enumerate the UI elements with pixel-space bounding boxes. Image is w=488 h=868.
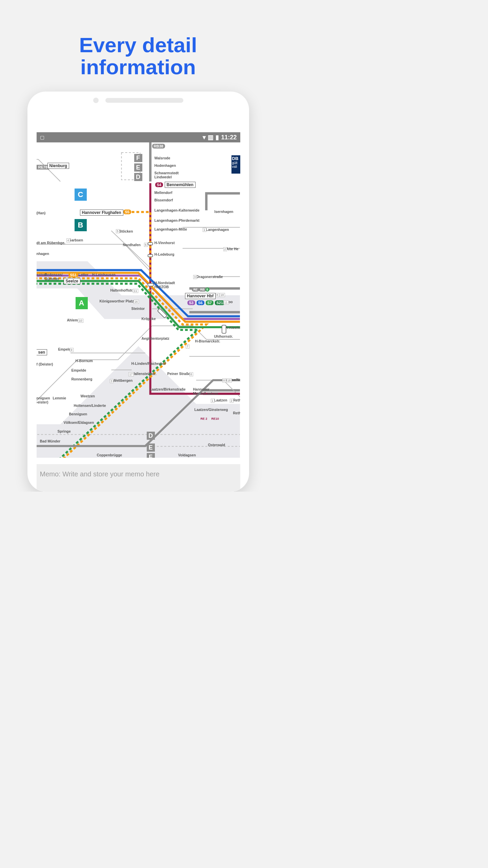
line-s3: S3 [187, 300, 195, 305]
tram-8b: 8 [189, 372, 193, 376]
status-left-icons: ▢ [40, 135, 44, 140]
st-dragoner[interactable]: Dragonerstraße [197, 275, 223, 279]
zone-b: B [75, 219, 87, 231]
st-nnigsen[interactable]: nnigsen ›eister) [37, 396, 50, 404]
st-ahlem[interactable]: Ahlem [67, 318, 78, 322]
no-sim-icon: ▥ [208, 134, 214, 141]
st-nordstadt[interactable]: H-Nordstadt Hbf/ZOB [155, 281, 175, 289]
zone-d-bot: D [147, 432, 155, 440]
st-altehe[interactable]: Alte He [226, 247, 239, 251]
st-dedensen[interactable]: Dedensen/ Gümmer [45, 273, 63, 281]
st-voelksen[interactable]: Völksen/Eldagsen [64, 420, 94, 425]
st-nhagen[interactable]: nhagen [37, 252, 49, 256]
st-empelde2[interactable]: Empelde [72, 368, 86, 372]
zone-f-bot: F [147, 453, 155, 458]
phone-mockup: ▢ ▾ ▥ ▮ 11:22 [27, 92, 249, 492]
st-vinnhorst[interactable]: H-Vinnhorst [155, 241, 175, 245]
line-s5: S5 [123, 210, 131, 214]
zone-a: A [76, 297, 88, 309]
st-hbornum[interactable]: H-Bornum [76, 359, 93, 363]
st-ruebenbge[interactable]: dt am Rübenbge. [37, 241, 65, 245]
st-mellendorf[interactable]: Mellendorf [155, 191, 172, 195]
st-hlinfisch[interactable]: H-Linden/Fischerhof [131, 361, 166, 366]
st-isernhagen[interactable]: Isernhagen [215, 210, 233, 214]
tram-8c: 8 [222, 378, 226, 382]
zone-e-bot: E [147, 443, 155, 452]
status-right: ▾ ▥ ▮ 11:22 [203, 134, 237, 141]
st-stoecken[interactable]: Stöcken [119, 229, 133, 233]
st-wallenstein[interactable]: Wallensteinstr. [131, 372, 157, 376]
st-garbsen[interactable]: Garbsen [69, 238, 83, 242]
tram-8: 8 [216, 293, 219, 297]
st-weetzen[interactable]: Weetzen [81, 394, 95, 398]
st-lemmie[interactable]: Lemmie [53, 396, 66, 400]
badge-re2: RE 2 [201, 417, 207, 420]
station-seelze[interactable]: Seelze [64, 278, 80, 284]
station-hannover-flughafen[interactable]: Hannover Flughafen [80, 210, 123, 216]
line-s51: S51 [68, 273, 79, 277]
battery-icon: ▮ [216, 134, 219, 141]
station-sen[interactable]: sen [37, 349, 47, 355]
st-haltenhoff[interactable]: Haltenhoffstr. [110, 288, 134, 292]
tram-4: 4 [66, 238, 70, 242]
station-hannover-hbf[interactable]: Hannover Hbf [185, 293, 216, 299]
db-badge: DB gült vali [231, 155, 240, 174]
st-kroepcke[interactable]: Kröpcke [142, 317, 156, 321]
svg-rect-3 [148, 243, 152, 245]
st-walsrode[interactable]: Walsrode [155, 156, 170, 160]
tram-1b: 1 [211, 399, 215, 403]
line-s7: S7 [206, 300, 214, 305]
st-bismarck[interactable]: H-Bismarckstr. [195, 339, 220, 343]
station-nienburg[interactable]: Nienburg [47, 163, 69, 169]
st-langenhagen[interactable]: Langenhagen [206, 228, 229, 232]
st-badmuender[interactable]: Bad Münder [40, 439, 61, 443]
st-aegi[interactable]: Aegidientorplatz [142, 336, 169, 340]
transit-map[interactable]: RB38 RE78 DB gült vali F E D C B A D E F… [37, 142, 240, 458]
st-laatzen-birken[interactable]: Laatzen/Birkenstraße [150, 387, 186, 391]
st-laatzen-ginster[interactable]: Laatzen/Ginsterweg [195, 408, 228, 412]
st-wettbergen[interactable]: Wettbergen [113, 378, 133, 382]
st-ledeburg[interactable]: H-Ledeburg [155, 252, 175, 256]
st-springe[interactable]: Springe [58, 429, 71, 433]
st-fdeister[interactable]: f (Deister) [37, 362, 53, 366]
zone-f-top: F [134, 154, 142, 162]
st-nordhafen[interactable]: Nordhafen [123, 243, 141, 247]
memo-input[interactable]: Memo: Write and store your memo here [37, 464, 240, 492]
tram-2b: 2 [223, 247, 227, 251]
st-rethen1[interactable]: Reth [233, 398, 240, 402]
st-coppenbruegge[interactable]: Coppenbrügge [97, 453, 122, 457]
st-schwarmstedt[interactable]: Schwarmstedt Lindwedel [155, 171, 179, 179]
tram-2c: 2 [230, 399, 233, 403]
image-icon: ▢ [40, 135, 44, 140]
st-leinhausen[interactable]: H-Leinhausen [92, 273, 116, 277]
hbf-s: S [205, 288, 209, 292]
st-bissendorf[interactable]: Bissendorf [155, 198, 173, 202]
st-laatzen[interactable]: Laatzen [214, 398, 227, 402]
tram-18: 18 [220, 293, 225, 297]
st-lm[interactable]: Langenhagen-Mitte [155, 227, 187, 231]
station-bennemuehlen[interactable]: Bennemühlen [165, 182, 196, 188]
phone-speaker [105, 98, 183, 103]
st-steintor[interactable]: Steintor [131, 307, 145, 311]
tram-11: 11 [133, 289, 138, 293]
st-messe[interactable]: Hannover Messe/Laatzen [193, 387, 218, 395]
st-holtensen[interactable]: Holtensen/Linderte [74, 403, 106, 408]
st-voldagsen[interactable]: Voldagsen [178, 453, 196, 457]
st-osterwald[interactable]: Osterwald [208, 443, 225, 447]
st-lk[interactable]: Langenhagen-Kaltenweide [155, 208, 200, 212]
badge-re10: RE10 [211, 417, 219, 420]
st-peiner[interactable]: Peiner Straße [167, 372, 190, 376]
st-lp[interactable]: Langenhagen-Pferdemarkt [155, 218, 200, 222]
st-koenigsw[interactable]: Königsworther Platz [100, 299, 134, 303]
st-ronnenberg[interactable]: Ronnenberg [72, 377, 93, 381]
status-time: 11:22 [221, 134, 237, 141]
st-rethen2[interactable]: Rethe [233, 411, 240, 415]
st-letter[interactable]: Letter [79, 273, 88, 277]
tram-7: 7 [186, 344, 189, 349]
st-bennigsen[interactable]: Bennigsen [69, 412, 87, 416]
st-hodenhagen[interactable]: Hodenhagen [155, 163, 176, 167]
st-uhlhorns[interactable]: Uhlhornstr. [214, 334, 233, 338]
tram-3: 3 [110, 379, 114, 383]
st-kleefeld[interactable]: H-Kleefeld [226, 326, 240, 330]
st-han[interactable]: (Han) [37, 211, 46, 215]
